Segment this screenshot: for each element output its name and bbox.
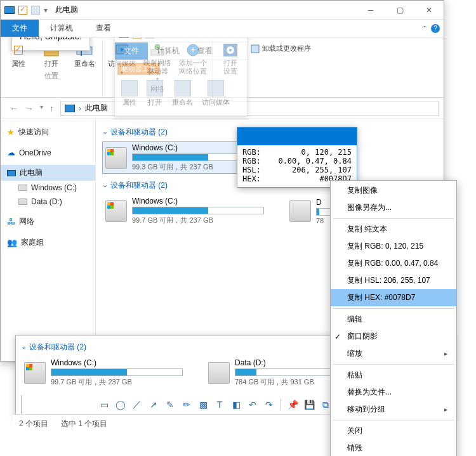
context-menu-item[interactable]: 复制 HEX: #0078D7 bbox=[331, 289, 456, 306]
context-menu-item[interactable]: 图像另存为... bbox=[331, 199, 456, 216]
drive-icon bbox=[289, 200, 311, 222]
sidebar-item-drive-c[interactable]: Windows (C:) bbox=[1, 181, 95, 195]
color-row-key: HEX: bbox=[242, 174, 261, 183]
tool-ellipse-icon[interactable]: ◯ bbox=[113, 398, 128, 412]
color-row-key: RGB: bbox=[242, 157, 261, 166]
context-menu-item-label: 缩放 bbox=[347, 348, 362, 359]
nav-back-icon[interactable]: ← bbox=[10, 103, 18, 114]
drive-name: Windows (C:) bbox=[51, 358, 183, 367]
ghost-btn-2-label: 重命名 bbox=[172, 98, 193, 107]
help-icon[interactable]: ? bbox=[431, 24, 440, 33]
titlebar: ▾ 此电脑 ─ ▢ ✕ bbox=[1, 1, 444, 20]
tool-pin-icon[interactable]: 📌 bbox=[285, 398, 300, 412]
drive-icon bbox=[18, 185, 27, 191]
tool-mosaic-icon[interactable]: ▩ bbox=[195, 398, 211, 412]
tool-line-icon[interactable]: ／ bbox=[129, 398, 145, 412]
minimize-button[interactable]: ─ bbox=[356, 1, 385, 20]
color-info-floater[interactable]: RGB: 0, 120, 215 RGB:0.00, 0.47, 0.84 HS… bbox=[237, 127, 357, 188]
context-menu-item-label: 图像另存为... bbox=[347, 202, 392, 213]
context-menu-item-label: 复制图像 bbox=[347, 185, 378, 196]
monitor-icon bbox=[7, 170, 16, 176]
ghost-btn-properties: 属性 bbox=[121, 80, 138, 107]
close-button[interactable]: ✕ bbox=[414, 1, 444, 20]
ghost-tab-file: 文件 bbox=[115, 42, 148, 60]
context-menu-item[interactable]: 销毁 bbox=[331, 440, 456, 456]
check-icon bbox=[18, 6, 27, 15]
color-row-val: 0.00, 0.47, 0.84 bbox=[278, 157, 352, 166]
drive-sub: 99.7 GB 可用，共 237 GB bbox=[132, 216, 264, 225]
context-menu-item[interactable]: 复制 RGB: 0.00, 0.47, 0.84 bbox=[331, 255, 456, 272]
star-icon: ★ bbox=[7, 127, 15, 137]
nav-up-icon[interactable]: ↑ bbox=[50, 103, 54, 114]
color-row-val: 0, 120, 215 bbox=[292, 148, 352, 157]
context-menu-item-label: 粘贴 bbox=[347, 370, 362, 381]
sidebar-item-quickaccess[interactable]: ★快速访问 bbox=[1, 124, 95, 140]
color-row-key: HSL: bbox=[242, 166, 261, 174]
tool-pen-icon[interactable]: ✎ bbox=[162, 398, 178, 412]
context-menu-item[interactable]: 编辑 bbox=[331, 311, 456, 328]
drive-d-item-2-partial[interactable]: D 78 bbox=[286, 195, 337, 227]
doc-icon bbox=[31, 6, 40, 15]
status-item-count: 2 个项目 bbox=[19, 419, 48, 429]
ghost-btn-3-label: 访问媒体 bbox=[202, 98, 230, 107]
context-menu-item[interactable]: ✓窗口阴影 bbox=[331, 328, 456, 345]
drive-icon bbox=[105, 200, 127, 222]
tool-undo-icon[interactable]: ↶ bbox=[245, 398, 260, 412]
drive-icon bbox=[105, 147, 127, 169]
tab-view[interactable]: 查看 bbox=[84, 20, 122, 37]
nav-forward-icon[interactable]: → bbox=[25, 103, 34, 114]
context-menu-item[interactable]: 复制 纯文本 bbox=[331, 221, 456, 238]
tool-redo-icon[interactable]: ↷ bbox=[261, 398, 277, 412]
maximize-button[interactable]: ▢ bbox=[385, 1, 414, 20]
tool-rect-icon[interactable]: ▭ bbox=[96, 398, 112, 412]
context-menu-item[interactable]: 复制图像 bbox=[331, 182, 456, 199]
sidebar-label-6: 家庭组 bbox=[21, 237, 44, 248]
sidebar-item-homegroup[interactable]: 👥家庭组 bbox=[1, 235, 95, 251]
monitor-icon bbox=[65, 105, 75, 112]
sidebar-item-thispc[interactable]: 此电脑 bbox=[1, 165, 95, 181]
sidebar-item-onedrive[interactable]: ☁OneDrive bbox=[1, 145, 95, 160]
tool-eraser-icon[interactable]: ◧ bbox=[228, 398, 244, 412]
context-menu-item[interactable]: 移动到分组 bbox=[331, 401, 456, 418]
window-controls: ─ ▢ ✕ bbox=[356, 1, 444, 20]
ribbon-rename-label: 重命名 bbox=[74, 59, 95, 68]
color-row-key: RGB: bbox=[242, 148, 261, 157]
context-menu-item-label: 窗口阴影 bbox=[347, 331, 378, 342]
context-menu-item-label: 移动到分组 bbox=[347, 404, 385, 415]
context-menu-item[interactable]: 关闭 bbox=[331, 422, 456, 440]
context-menu-item[interactable]: 替换为文件... bbox=[331, 384, 456, 401]
drive-sub: 99.7 GB 可用，共 237 GB bbox=[51, 377, 183, 387]
tool-save-icon[interactable]: 💾 bbox=[301, 398, 317, 412]
context-menu-separator bbox=[333, 218, 454, 219]
tool-text-icon[interactable]: T bbox=[212, 398, 227, 412]
sidebar-item-network[interactable]: 🖧网络 bbox=[1, 214, 95, 230]
tool-marker-icon[interactable]: ✏ bbox=[179, 398, 194, 412]
drive-icon bbox=[24, 362, 46, 384]
tool-arrow-icon[interactable]: ↗ bbox=[146, 398, 161, 412]
tab-computer[interactable]: 计算机 bbox=[39, 20, 84, 37]
context-menu: 复制图像图像另存为...复制 纯文本复制 RGB: 0, 120, 215复制 … bbox=[330, 180, 457, 456]
breadcrumb-text: 此电脑 bbox=[85, 103, 108, 114]
drive-c-item-2[interactable]: Windows (C:) 99.7 GB 可用，共 237 GB bbox=[102, 195, 267, 227]
context-menu-item-label: 复制 RGB: 0.00, 0.47, 0.84 bbox=[347, 258, 438, 269]
status-selected-count: 选中 1 个项目 bbox=[61, 419, 107, 429]
context-menu-item-label: 复制 HEX: #0078D7 bbox=[347, 292, 415, 303]
ghost-btn-rename: 重命名 bbox=[172, 80, 193, 107]
ghost-btn-1-label: 打开 bbox=[148, 98, 162, 107]
nav-history-icon[interactable]: ▾ bbox=[40, 103, 43, 114]
collapse-ribbon-icon[interactable]: ⌃ bbox=[422, 25, 427, 32]
sidebar-label-2: 此电脑 bbox=[20, 167, 43, 178]
context-menu-item[interactable]: 缩放 bbox=[331, 345, 456, 362]
context-menu-item-label: 复制 纯文本 bbox=[347, 224, 387, 235]
ribbon-uninstall-link[interactable]: 卸载或更改程序 bbox=[251, 44, 311, 53]
context-menu-item[interactable]: 复制 RGB: 0, 120, 215 bbox=[331, 238, 456, 255]
ribbon-group-location-label: 位置 bbox=[6, 71, 97, 82]
lower-drive-c[interactable]: Windows (C:) 99.7 GB 可用，共 237 GB bbox=[21, 356, 186, 389]
ribbon-uninstall-label: 卸载或更改程序 bbox=[262, 44, 311, 53]
sidebar-item-drive-d[interactable]: Data (D:) bbox=[1, 195, 95, 209]
context-menu-separator bbox=[333, 364, 454, 365]
context-menu-item[interactable]: 粘贴 bbox=[331, 367, 456, 384]
context-menu-item[interactable]: 复制 HSL: 206, 255, 107 bbox=[331, 272, 456, 289]
tab-file[interactable]: 文件 bbox=[1, 20, 39, 37]
drive-usage-bar bbox=[132, 207, 264, 214]
